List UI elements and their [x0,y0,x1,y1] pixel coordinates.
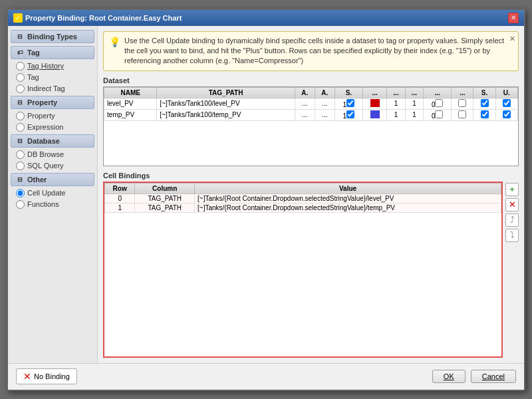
cell-bindings-table: Row Column Value 0 TAG_PATH [~]Tanks/{Ro… [104,183,501,213]
row2-v1: 1 [387,109,405,120]
sidebar: ⊟ Binding Types 🏷 Tag Tag History Tag In… [8,26,98,363]
indirect-tag-label: Indirect Tag [27,84,65,92]
add-binding-button[interactable]: + [505,183,519,196]
remove-binding-button[interactable]: ✕ [505,198,519,211]
dataset-table-wrapper: NAME TAG_PATH A. A. S. ... ... ... ... .… [103,86,519,166]
db-browse-label: DB Browse [27,150,64,158]
dialog-body: ⊟ Binding Types 🏷 Tag Tag History Tag In… [8,26,524,363]
row2-path: [~]Tanks/Tank100/temp_PV [157,109,295,120]
radio-tag[interactable]: Tag [8,72,97,83]
row2-a2: ... [315,109,334,120]
col-d2: ... [387,87,405,98]
no-binding-icon: ✕ [23,371,31,382]
cell-binding-row[interactable]: 0 TAG_PATH [~]Tanks/{Root Container.Drop… [105,194,501,203]
property-radio-label: Property [27,112,55,120]
cell-bindings-body: Row Column Value 0 TAG_PATH [~]Tanks/{Ro… [103,182,519,358]
row2-cb1 [452,109,473,120]
row1-cb3 [495,98,517,109]
dialog-icon: ✓ [13,13,23,23]
binding-types-label: Binding Types [27,33,77,41]
other-icon: ⊟ [15,175,25,184]
other-label: Other [27,176,47,184]
row2-s: 1 [334,109,362,120]
dataset-section: Dataset NAME TAG_PATH A. A. S. ... ... [103,76,519,172]
col-d5: ... [452,87,473,98]
row2-v3: 0 [424,109,452,120]
dialog-title: Property Binding: Root Container.Easy Ch… [25,14,182,22]
cb-row2-row: 1 [105,203,135,212]
binding-types-icon: ⊟ [15,32,25,41]
radio-cell-update[interactable]: Cell Update [8,188,97,199]
cb-row2-column: TAG_PATH [135,203,195,212]
database-label: Database [27,137,60,145]
row1-v3: 0 [424,98,452,109]
radio-sql-query[interactable]: SQL Query [8,160,97,172]
col-s2: S. [473,87,495,98]
row2-cb3 [495,109,517,120]
col-d1: ... [362,87,386,98]
cell-update-label: Cell Update [27,189,65,197]
section-other: ⊟ Other [11,173,94,186]
move-up-button[interactable]: ⤴ [505,213,519,227]
row1-a2: ... [315,98,334,109]
ok-button[interactable]: OK [432,370,466,383]
color-swatch-blue [370,110,380,118]
radio-indirect-tag[interactable]: Indirect Tag [8,83,97,94]
no-binding-button[interactable]: ✕ No Binding [16,368,77,384]
title-bar-left: ✓ Property Binding: Root Container.Easy … [13,13,182,23]
radio-functions[interactable]: Functions [8,199,97,210]
cancel-button[interactable]: Cancel [471,370,516,383]
tag-label-radio: Tag [27,73,39,81]
row1-v2: 1 [405,98,423,109]
no-binding-label: No Binding [34,372,70,380]
title-bar: ✓ Property Binding: Root Container.Easy … [8,10,524,26]
cell-bindings-table-wrapper: Row Column Value 0 TAG_PATH [~]Tanks/{Ro… [103,182,503,358]
row1-cb2 [473,98,495,109]
functions-label: Functions [27,200,59,208]
cb-row1-column: TAG_PATH [135,194,195,203]
info-text: Use the Cell Update binding to dynamical… [124,36,513,66]
tag-history-label: Tag History [27,62,64,70]
row1-path: [~]Tanks/Tank100/level_PV [157,98,295,109]
row1-color [362,98,386,109]
col-name: NAME [104,87,157,98]
radio-db-browse[interactable]: DB Browse [8,149,97,160]
property-label: Property [27,98,57,106]
bottom-bar: ✕ No Binding OK Cancel [8,363,524,390]
section-property: ⊟ Property [11,96,94,109]
radio-expression[interactable]: Expression [8,122,97,133]
dialog-window: ✓ Property Binding: Root Container.Easy … [7,9,525,391]
col-d3: ... [405,87,423,98]
row1-name: level_PV [104,98,157,109]
radio-tag-history[interactable]: Tag History [8,61,97,72]
row1-a1: ... [295,98,315,109]
move-down-button[interactable]: ⤵ [505,229,519,242]
cell-binding-row[interactable]: 1 TAG_PATH [~]Tanks/{Root Container.Drop… [105,203,501,212]
row2-name: temp_PV [104,109,157,120]
info-icon: 💡 [109,37,120,47]
cell-bindings-section: Cell Bindings Row Column Value [103,172,519,358]
col-u: U. [495,87,517,98]
col-tag-path: TAG_PATH [157,87,295,98]
cell-bindings-label: Cell Bindings [103,172,519,180]
col-s: S. [334,87,362,98]
section-database: ⊟ Database [11,134,94,148]
table-row[interactable]: level_PV [~]Tanks/Tank100/level_PV ... .… [104,98,518,109]
row2-a1: ... [295,109,315,120]
col-d4: ... [424,87,452,98]
dataset-label: Dataset [103,76,519,84]
database-icon: ⊟ [15,136,25,146]
color-swatch-red [370,99,380,107]
row2-v2: 1 [405,109,423,120]
cb-row1-value: [~]Tanks/{Root Container.Dropdown.select… [195,194,501,203]
sql-query-label: SQL Query [27,162,64,170]
info-close-button[interactable]: ✕ [509,35,515,43]
dataset-table: NAME TAG_PATH A. A. S. ... ... ... ... .… [104,87,518,121]
tag-label: Tag [27,49,40,57]
main-content: 💡 Use the Cell Update binding to dynamic… [98,26,524,363]
row1-s: 1 [334,98,362,109]
close-button[interactable]: ✕ [508,13,519,23]
radio-property[interactable]: Property [8,110,97,122]
tag-icon: 🏷 [15,48,25,57]
table-row[interactable]: temp_PV [~]Tanks/Tank100/temp_PV ... ...… [104,109,518,120]
